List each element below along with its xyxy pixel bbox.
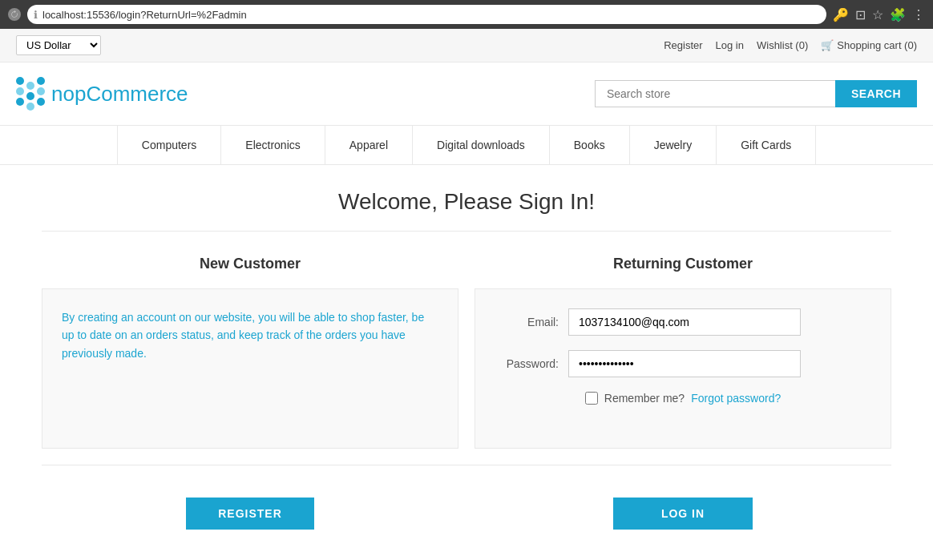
- menu-icon[interactable]: ⋮: [912, 7, 925, 22]
- screenshot-icon[interactable]: ⊡: [855, 7, 866, 22]
- logo-icon: [16, 77, 45, 111]
- login-button[interactable]: LOG IN: [613, 498, 753, 530]
- browser-controls: [8, 8, 21, 21]
- top-bar: US Dollar Register Log in Wishlist (0) 🛒…: [0, 29, 933, 62]
- new-customer-box: By creating an account on our website, y…: [42, 288, 458, 449]
- nav-item-books[interactable]: Books: [550, 126, 630, 164]
- nav-item-gift[interactable]: Gift Cards: [717, 126, 816, 164]
- key-icon[interactable]: 🔑: [833, 7, 849, 22]
- register-button-row: REGISTER: [42, 481, 458, 546]
- search-bar: SEARCH: [595, 80, 917, 107]
- nav-item-computers[interactable]: Computers: [117, 126, 221, 164]
- email-field[interactable]: [568, 308, 801, 336]
- star-icon[interactable]: ☆: [872, 7, 883, 22]
- email-row: Email:: [495, 308, 871, 336]
- page-title: Welcome, Please Sign In!: [42, 189, 891, 232]
- main-content: Welcome, Please Sign In! New Customer By…: [26, 165, 907, 560]
- nav-item-jewelry[interactable]: Jewelry: [630, 126, 717, 164]
- new-customer-heading: New Customer: [42, 256, 458, 272]
- info-icon: ℹ: [34, 9, 38, 21]
- extension-icon[interactable]: 🧩: [890, 7, 906, 22]
- new-customer-description: By creating an account on our website, y…: [62, 308, 438, 362]
- wishlist-link[interactable]: Wishlist (0): [757, 39, 808, 51]
- logo-text-blue: Commerce: [86, 82, 188, 106]
- search-input[interactable]: [595, 80, 835, 107]
- currency-selector[interactable]: US Dollar: [16, 35, 101, 55]
- logo-text: nopCommerce: [51, 82, 188, 107]
- browser-actions: 🔑 ⊡ ☆ 🧩 ⋮: [833, 7, 925, 22]
- login-button-row: LOG IN: [475, 481, 891, 546]
- returning-customer-section: Returning Customer Email: Password: Reme…: [475, 256, 891, 449]
- register-button-column: REGISTER: [42, 481, 458, 546]
- login-link[interactable]: Log in: [716, 39, 744, 51]
- button-area: REGISTER LOG IN: [42, 481, 891, 546]
- top-links: Register Log in Wishlist (0) 🛒 Shopping …: [664, 39, 917, 51]
- login-button-column: LOG IN: [475, 481, 891, 546]
- remember-checkbox[interactable]: [585, 392, 598, 405]
- address-bar[interactable]: ℹ localhost:15536/login?ReturnUrl=%2Fadm…: [27, 5, 826, 24]
- header: nopCommerce SEARCH: [0, 62, 933, 126]
- remember-row: Remember me? Forgot password?: [495, 392, 871, 405]
- logo-text-black: nop: [51, 82, 86, 106]
- password-label: Password:: [495, 357, 559, 370]
- url-text: localhost:15536/login?ReturnUrl=%2Fadmin: [42, 9, 247, 21]
- remember-label: Remember me?: [604, 392, 685, 405]
- password-field[interactable]: [568, 350, 801, 377]
- cart-text: Shopping cart (0): [837, 39, 917, 51]
- register-button[interactable]: REGISTER: [186, 498, 314, 530]
- forgot-password-link[interactable]: Forgot password?: [691, 392, 781, 405]
- returning-customer-box: Email: Password: Remember me? Forgot pas…: [475, 288, 891, 449]
- search-button[interactable]: SEARCH: [835, 80, 917, 107]
- cart-icon: 🛒: [821, 39, 834, 51]
- logo[interactable]: nopCommerce: [16, 77, 188, 111]
- browser-chrome: ℹ localhost:15536/login?ReturnUrl=%2Fadm…: [0, 0, 933, 29]
- divider: [42, 465, 891, 465]
- returning-customer-heading: Returning Customer: [475, 256, 891, 272]
- columns: New Customer By creating an account on o…: [42, 256, 891, 449]
- reload-button[interactable]: [8, 8, 21, 21]
- password-row: Password:: [495, 350, 871, 377]
- new-customer-section: New Customer By creating an account on o…: [42, 256, 458, 449]
- email-label: Email:: [495, 316, 559, 328]
- register-link[interactable]: Register: [664, 39, 702, 51]
- cart-link[interactable]: 🛒 Shopping cart (0): [821, 39, 917, 51]
- nav-item-digital[interactable]: Digital downloads: [413, 126, 550, 164]
- nav-item-electronics[interactable]: Electronics: [221, 126, 325, 164]
- navigation: Computers Electronics Apparel Digital do…: [0, 126, 933, 165]
- nav-item-apparel[interactable]: Apparel: [325, 126, 413, 164]
